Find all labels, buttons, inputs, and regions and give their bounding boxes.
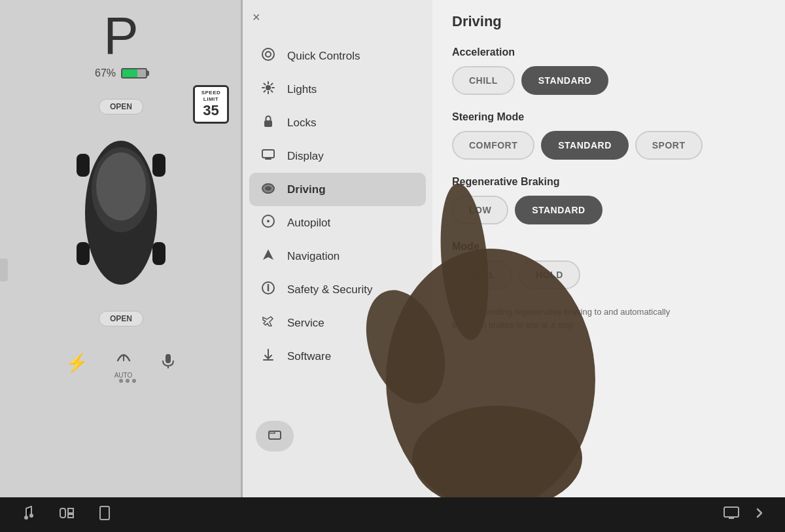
svg-line-20 — [264, 90, 266, 92]
driving-icon — [259, 181, 277, 198]
standard-steering-button[interactable]: STANDARD — [541, 131, 629, 160]
quick-controls-label: Quick Controls — [287, 50, 360, 63]
taskbar — [0, 497, 785, 532]
steering-mode-label: Steering Mode — [452, 111, 765, 123]
svg-rect-43 — [724, 507, 739, 517]
sidebar-item-autopilot[interactable]: Autopilot — [249, 206, 426, 239]
panel-title: Driving — [452, 13, 765, 30]
sport-button[interactable]: SPORT — [635, 131, 703, 160]
svg-rect-42 — [60, 508, 65, 518]
svg-point-40 — [24, 516, 28, 520]
sidebar-item-software[interactable]: Software — [249, 340, 426, 373]
speed-limit-label: SPEEDLIMIT — [200, 90, 222, 102]
sidebar-item-quick-controls[interactable]: Quick Controls — [249, 39, 426, 73]
svg-line-17 — [264, 84, 266, 85]
standard-regen-button[interactable]: STANDARD — [515, 196, 602, 224]
screen-icon[interactable] — [722, 504, 741, 526]
menu-bottom-area — [256, 421, 294, 452]
lightning-icon: ⚡ — [65, 352, 88, 374]
bottom-dots — [119, 379, 136, 383]
locks-icon — [259, 114, 277, 132]
service-icon — [259, 314, 277, 332]
regen-braking-label: Regenerative Braking — [452, 176, 765, 188]
svg-line-18 — [271, 90, 272, 92]
wiper-label: AUTO — [114, 372, 133, 379]
battery-row: 67% — [95, 67, 147, 79]
mic-icon-item[interactable] — [159, 351, 177, 374]
autopilot-label: Autopilot — [287, 217, 330, 230]
close-button[interactable]: × — [253, 10, 260, 25]
comfort-button[interactable]: COMFORT — [452, 131, 534, 160]
wiper-icon-item[interactable]: AUTO — [114, 346, 133, 379]
lightning-icon-item: ⚡ — [65, 352, 88, 374]
dot-1 — [119, 379, 123, 383]
charge-port-tab[interactable] — [0, 258, 8, 281]
quick-controls-icon — [259, 47, 277, 65]
chevron-right-icon[interactable] — [754, 504, 765, 526]
music-icon[interactable] — [20, 504, 38, 526]
door-open-bottom-button[interactable]: OPEN — [99, 311, 143, 327]
battery-percentage: 67% — [95, 67, 116, 79]
svg-rect-3 — [77, 154, 90, 177]
media-icon — [268, 427, 282, 442]
low-button[interactable]: LOW — [452, 196, 508, 224]
svg-line-19 — [271, 84, 272, 85]
lights-label: Lights — [287, 83, 317, 96]
roll-button[interactable]: ROLL — [452, 260, 512, 289]
svg-rect-6 — [152, 242, 166, 265]
door-open-top-button[interactable]: OPEN — [99, 99, 143, 115]
acceleration-label: Acceleration — [452, 46, 765, 58]
apps-icon[interactable] — [58, 504, 76, 526]
svg-point-2 — [96, 152, 146, 221]
stop-mode-btn-group: ROLL HOLD — [452, 260, 765, 289]
gear-indicator: P — [103, 10, 138, 62]
car-diagram — [62, 121, 180, 304]
svg-point-12 — [266, 85, 271, 90]
hold-button[interactable]: HOLD — [519, 260, 580, 289]
service-label: Service — [287, 317, 324, 330]
chill-button[interactable]: CHILL — [452, 66, 515, 95]
svg-rect-5 — [77, 242, 90, 265]
dot-3 — [132, 379, 136, 383]
battery-fill — [122, 69, 137, 77]
software-icon — [259, 347, 277, 365]
menu-items-list: Quick Controls Lights — [243, 39, 432, 373]
stop-mode-label: Mode — [452, 241, 765, 253]
svg-marker-29 — [263, 249, 273, 260]
sidebar-item-service[interactable]: Service — [249, 306, 426, 340]
locks-label: Locks — [287, 116, 316, 130]
dot-2 — [126, 379, 130, 383]
driving-content-panel: Driving Acceleration CHILL STANDARD Stee… — [432, 0, 785, 497]
left-panel: P 67% SPEEDLIMIT 35 OPEN OPEN ⚡ — [0, 0, 242, 497]
navigation-icon — [259, 247, 277, 265]
apps-grid-icon — [58, 504, 76, 522]
phone-icon[interactable] — [96, 504, 114, 526]
sidebar-item-locks[interactable]: Locks — [249, 106, 426, 139]
wiper-icon — [114, 346, 133, 369]
svg-rect-22 — [262, 150, 274, 158]
svg-rect-4 — [152, 154, 166, 177]
sidebar-item-display[interactable]: Display — [249, 139, 426, 173]
display-icon — [259, 147, 277, 165]
media-button[interactable] — [256, 421, 294, 452]
safety-label: Safety & Security — [287, 283, 372, 296]
sidebar-item-safety[interactable]: Safety & Security — [249, 273, 426, 306]
svg-point-11 — [266, 52, 271, 57]
svg-point-28 — [267, 220, 270, 222]
svg-rect-8 — [166, 354, 171, 363]
safety-icon — [259, 281, 277, 298]
sidebar-item-lights[interactable]: Lights — [249, 73, 426, 106]
sidebar-item-navigation[interactable]: Navigation — [249, 239, 426, 273]
music-note-icon — [20, 504, 38, 522]
acceleration-btn-group: CHILL STANDARD — [452, 66, 765, 95]
software-label: Software — [287, 350, 331, 363]
phone-icon — [96, 504, 114, 522]
display-label: Display — [287, 150, 324, 163]
steering-btn-group: COMFORT STANDARD SPORT — [452, 131, 765, 160]
stop-mode-section: Mode ROLL HOLD ge by extending regenerat… — [452, 241, 765, 331]
stop-mode-partial-label: Mode — [452, 241, 480, 252]
standard-accel-button[interactable]: STANDARD — [521, 66, 609, 95]
sidebar-item-driving[interactable]: Driving — [249, 173, 426, 206]
navigation-label: Navigation — [287, 250, 340, 263]
car-svg — [62, 121, 180, 304]
